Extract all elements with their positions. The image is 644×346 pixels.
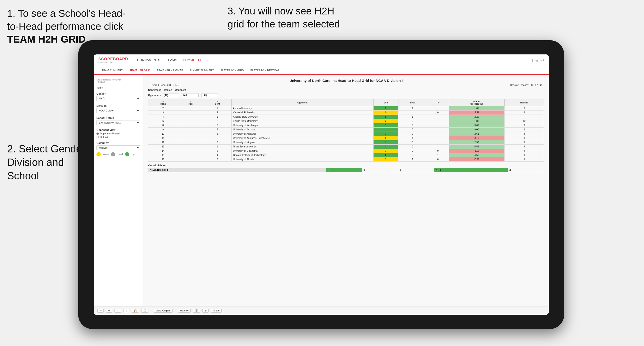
- cell-reg: [178, 140, 203, 145]
- cell-diff: 3.67: [449, 123, 505, 128]
- cell-diff: 9.00: [449, 128, 505, 132]
- cell-conf: 1: [203, 145, 231, 149]
- cell-reg: [178, 111, 203, 115]
- logo: SCOREBOARD Powered by clippi: [98, 57, 128, 63]
- cell-opponent: Florida State University: [232, 119, 374, 123]
- cell-loss: 0: [398, 145, 427, 149]
- back-btn[interactable]: ←: [114, 309, 121, 313]
- cell-opponent: University of Florida: [232, 157, 374, 162]
- cell-tie: 1: [427, 153, 449, 157]
- cell-diff: 2.33: [449, 140, 505, 145]
- tablet-frame: SCOREBOARD Powered by clippi TOURNAMENTS…: [78, 40, 564, 329]
- comment-btn[interactable]: 💬: [193, 309, 200, 313]
- watch-btn[interactable]: Watch ▾: [178, 309, 191, 313]
- table-row: 4 1 Arizona State University 5 1 2.29: [148, 115, 544, 119]
- out-rounds: 3: [508, 168, 544, 172]
- division-select[interactable]: NCAA Division I NCAA Division II: [96, 108, 140, 113]
- legend-level-dot: [111, 152, 115, 157]
- cell-rank: 9: [148, 128, 178, 132]
- cell-conf: 3: [203, 157, 231, 162]
- cell-rounds: 8: [505, 132, 544, 136]
- toolbar-sep: |: [151, 309, 152, 312]
- nav-committee[interactable]: COMMITTEE: [183, 58, 203, 62]
- cell-win: 0: [373, 136, 398, 140]
- h2h-table: #Rank #Reg #Conf Opponent Win Loss Tie D…: [148, 99, 544, 162]
- cell-tie: [427, 123, 449, 128]
- cell-diff: 2.29: [449, 115, 505, 119]
- paste-btn[interactable]: 📋: [132, 309, 139, 313]
- cell-conf: 2: [203, 111, 231, 115]
- undo-btn[interactable]: ↩: [98, 309, 104, 313]
- view-original-btn[interactable]: View: Original: [154, 309, 173, 313]
- cell-rounds: [505, 115, 544, 119]
- cell-rank: 15: [148, 153, 178, 157]
- toolbar-sep2: |: [175, 309, 176, 312]
- cell-loss: 1: [398, 115, 427, 119]
- cell-conf: 3: [203, 140, 231, 145]
- cell-tie: [427, 132, 449, 136]
- cell-rounds: 3: [505, 136, 544, 140]
- main-nav: TOURNAMENTS TEAMS COMMITTEE: [135, 58, 525, 62]
- col-loss: Loss: [398, 99, 427, 106]
- copy-btn[interactable]: ⧉: [124, 309, 130, 313]
- cell-rounds: 9: [505, 157, 544, 162]
- cell-tie: 0: [427, 157, 449, 162]
- radio-opponents-played[interactable]: Opponents Played: [96, 132, 140, 135]
- colour-by-select[interactable]: Win/loss: [96, 145, 140, 150]
- tab-team-h2h-heatmap[interactable]: TEAM H2H HEATMAP: [153, 66, 186, 75]
- cell-win: 1: [373, 149, 398, 153]
- cell-loss: 0: [398, 123, 427, 128]
- colour-legend: Down Level Up: [96, 152, 140, 157]
- gender-select[interactable]: Men's Women's: [96, 96, 140, 101]
- grid-records: Overall Record: 89 - 17 - 0 Division Rec…: [148, 84, 544, 86]
- redo-btn[interactable]: ↪: [106, 309, 112, 313]
- cell-diff: 5.56: [449, 145, 505, 149]
- cell-rounds: 9: [505, 149, 544, 153]
- opponents-select[interactable]: (All): [162, 93, 179, 97]
- school-select[interactable]: 1. University of Nort...: [96, 120, 140, 125]
- division-label: Division: [96, 104, 140, 107]
- cell-loss: 1: [398, 136, 427, 140]
- cell-loss: 0: [398, 153, 427, 157]
- tab-team-h2h-grid[interactable]: TEAM H2H GRID: [126, 66, 154, 75]
- cell-win: 1: [373, 128, 398, 132]
- cell-rounds: 2: [505, 128, 544, 132]
- radio-top100[interactable]: Top 100: [96, 136, 140, 138]
- cell-tie: [427, 119, 449, 123]
- tab-player-summary[interactable]: PLAYER SUMMARY: [186, 66, 217, 75]
- clock-btn[interactable]: 🕐: [141, 309, 148, 313]
- radio-dot-played: [96, 133, 99, 135]
- cell-tie: [427, 145, 449, 149]
- table-row: 6 2 Florida State University 2 2 1.83 12: [148, 119, 544, 123]
- out-row: NCAA Division II 1 0 0 26.00 3: [148, 168, 544, 172]
- cell-diff: 2.61: [449, 132, 505, 136]
- bottom-toolbar: ↩ ↪ ← ⧉ 📋 🕐 | View: Original | Watch ▾ 💬…: [94, 306, 549, 315]
- share-btn[interactable]: Share: [211, 309, 222, 313]
- table-row: 3 2 Vanderbilt University 0 4 0 -2.29 8: [148, 111, 544, 115]
- nav-teams[interactable]: TEAMS: [166, 58, 177, 62]
- cell-reg: [178, 123, 203, 128]
- col-diff: Diff AvStrokes/Rnd: [449, 99, 505, 106]
- cell-rounds: 3: [505, 123, 544, 128]
- cell-tie: 0: [427, 111, 449, 115]
- filter-selects-row: Opponents: (All) (All) (All): [148, 93, 544, 97]
- tab-player-h2h-heatmap[interactable]: PLAYER H2H HEATMAP: [247, 66, 283, 75]
- division-section: Division NCAA Division I NCAA Division I…: [96, 104, 140, 113]
- cell-opponent: University of Arkansas, Fayetteville: [232, 136, 374, 140]
- cell-rounds: 9: [505, 145, 544, 149]
- cell-opponent: University of Oklahoma: [232, 149, 374, 153]
- cell-rank: 14: [148, 149, 178, 153]
- opp-select[interactable]: (All): [202, 93, 218, 97]
- cell-opponent: Vanderbilt University: [232, 111, 374, 115]
- nav-tournaments[interactable]: TOURNAMENTS: [135, 58, 160, 62]
- region-select[interactable]: (All): [182, 93, 199, 97]
- cell-win: 0: [373, 111, 398, 115]
- sign-out-link[interactable]: | Sign out: [532, 59, 544, 62]
- tab-player-h2h-grid[interactable]: PLAYER H2H GRID: [217, 66, 247, 75]
- cell-rank: 13: [148, 145, 178, 149]
- tab-team-summary[interactable]: TEAM SUMMARY: [98, 66, 126, 75]
- grid-btn[interactable]: ⊞: [202, 309, 208, 313]
- cell-win: 2: [373, 106, 398, 111]
- cell-opponent: Georgia Institute of Technology: [232, 153, 374, 157]
- cell-opponent: Texas Tech University: [232, 145, 374, 149]
